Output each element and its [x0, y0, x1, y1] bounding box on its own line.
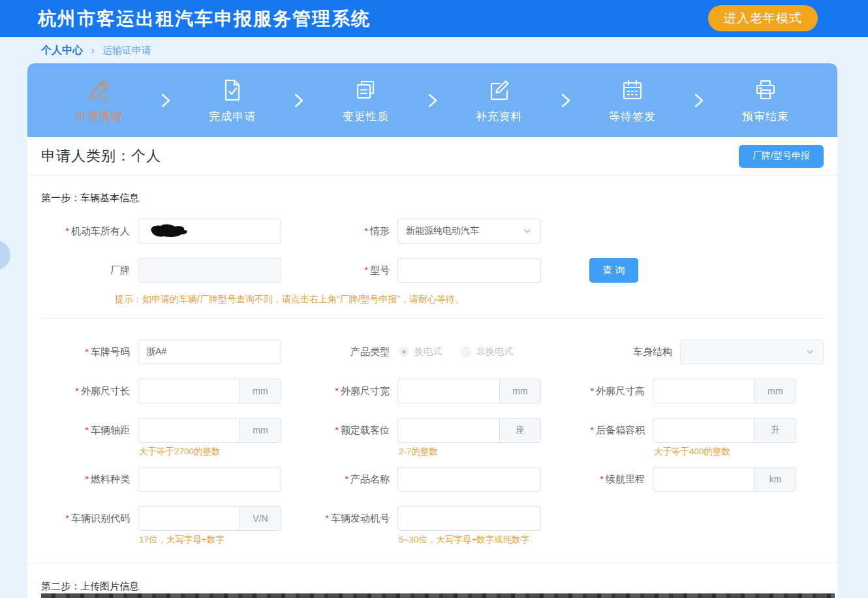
- plate-number-field: *车牌号码 浙A#: [41, 339, 281, 364]
- cutoff-content-strip: [41, 593, 835, 598]
- step-preliminary-review-end[interactable]: 预审结束: [722, 77, 809, 124]
- driving-range-field: *续航里程 km: [541, 467, 796, 492]
- step-application-fill[interactable]: 申请填写: [56, 77, 142, 124]
- unit-suffix: mm: [499, 379, 540, 403]
- chevron-down-icon: [522, 226, 533, 236]
- unit-suffix: 升: [754, 418, 796, 442]
- step-awaiting-issuance[interactable]: 等待签发: [589, 77, 675, 124]
- engine-number-field: *车辆发动机号 5~30位，大写字母+数字或纯数字: [281, 506, 541, 531]
- outer-height-input[interactable]: mm: [653, 379, 796, 403]
- step2-section-title: 第二步：上传图片信息: [41, 580, 824, 593]
- query-button[interactable]: 查 询: [589, 258, 638, 283]
- seats-input[interactable]: 座: [397, 418, 541, 443]
- required-mark: *: [590, 385, 594, 396]
- vin-suffix: V/N: [240, 507, 281, 530]
- step-label: 等待签发: [609, 109, 656, 124]
- radio-non-battery-swap[interactable]: 非换电式: [461, 346, 513, 358]
- model-field: *型号: [281, 258, 541, 283]
- divider: [27, 563, 837, 563]
- outer-height-label: *外廓尺寸高: [541, 379, 653, 403]
- trunk-volume-input[interactable]: 升: [653, 418, 796, 443]
- owner-field: *机动车所有人: [41, 219, 281, 244]
- body-structure-select: [680, 339, 824, 364]
- plate-number-input[interactable]: 浙A#: [138, 339, 281, 364]
- required-mark: *: [345, 473, 349, 484]
- seats-hint: 2-7的整数: [399, 446, 438, 458]
- step-chevron-icon: [542, 91, 589, 110]
- form-row: *外廓尺寸长 mm *外廓尺寸宽 mm *外廓尺寸高: [41, 379, 824, 403]
- outer-width-input[interactable]: mm: [397, 379, 541, 403]
- app-title: 杭州市客运出租汽车申报服务管理系统: [38, 7, 371, 31]
- step-label: 完成申请: [209, 109, 256, 124]
- app-header: 杭州市客运出租汽车申报服务管理系统 进入老年模式: [0, 0, 868, 37]
- brand-label: 厂牌: [41, 258, 138, 283]
- floating-widget-handle[interactable]: [0, 240, 10, 270]
- required-mark: *: [600, 473, 604, 484]
- required-mark: *: [590, 424, 594, 435]
- engine-number-hint: 5~30位，大写字母+数字或纯数字: [399, 534, 529, 546]
- wheelbase-input[interactable]: mm: [138, 418, 281, 443]
- vehicle-form: 第一步：车辆基本信息 *机动车所有人 *情形 新能源纯电动汽车: [27, 192, 837, 593]
- product-type-radio-group: 换电式 非换电式: [399, 339, 513, 364]
- owner-label: *机动车所有人: [41, 219, 138, 244]
- unit-suffix: mm: [754, 379, 796, 403]
- breadcrumb-transport-permit-application[interactable]: 运输证申请: [102, 44, 151, 57]
- documents-copy-icon: [352, 77, 379, 103]
- required-mark: *: [85, 424, 89, 435]
- outer-length-field: *外廓尺寸长 mm: [41, 379, 281, 403]
- engine-number-input[interactable]: [397, 506, 541, 531]
- breadcrumb-personal-center[interactable]: 个人中心: [41, 44, 83, 57]
- step-label: 预审结束: [742, 109, 789, 124]
- brand-input: [138, 258, 281, 283]
- situation-select[interactable]: 新能源纯电动汽车: [397, 219, 541, 244]
- query-tip-text: 提示：如申请的车辆/厂牌型号查询不到，请点击右上角“厂牌/型号申报”，请耐心等待…: [115, 294, 824, 306]
- wheelbase-label: *车辆轴距: [41, 418, 138, 443]
- seats-field: *额定载客位 座 2-7的整数: [281, 418, 541, 443]
- required-mark: *: [85, 473, 89, 484]
- vin-field: *车辆识别代码 V/N 17位，大写字母+数字: [41, 506, 281, 531]
- fuel-type-field: *燃料种类: [41, 467, 281, 492]
- vin-label: *车辆识别代码: [41, 506, 138, 531]
- required-mark: *: [364, 225, 368, 236]
- step-label: 补充资料: [476, 109, 523, 124]
- form-row: *燃料种类 *产品名称 *续航里程 km: [41, 467, 824, 492]
- progress-steps: 申请填写 完成申请 变更性质 补充资料 等待签发: [27, 63, 837, 137]
- trunk-volume-hint: 大于等于400的整数: [654, 446, 730, 458]
- fuel-type-label: *燃料种类: [41, 467, 138, 492]
- brand-model-declare-button[interactable]: 厂牌/型号申报: [739, 145, 824, 168]
- vin-input[interactable]: V/N: [138, 506, 281, 531]
- wheelbase-hint: 大于等于2700的整数: [139, 446, 221, 458]
- step-label: 申请填写: [76, 109, 123, 124]
- step-complete-application[interactable]: 完成申请: [189, 77, 275, 124]
- wheelbase-field: *车辆轴距 mm 大于等于2700的整数: [41, 418, 281, 443]
- radio-battery-swap[interactable]: 换电式: [399, 346, 442, 358]
- product-name-label: *产品名称: [281, 467, 397, 492]
- outer-length-input[interactable]: mm: [138, 379, 281, 403]
- form-row: 厂牌 *型号 查 询: [41, 258, 824, 283]
- printer-icon: [752, 77, 779, 103]
- product-name-input[interactable]: [397, 467, 541, 492]
- document-check-icon: [219, 77, 245, 103]
- owner-input[interactable]: [138, 219, 281, 244]
- driving-range-input[interactable]: km: [653, 467, 796, 492]
- step1-section-title: 第一步：车辆基本信息: [41, 192, 824, 204]
- model-label: *型号: [281, 258, 397, 283]
- step-change-nature[interactable]: 变更性质: [322, 77, 409, 124]
- required-mark: *: [85, 346, 89, 357]
- elder-mode-button[interactable]: 进入老年模式: [708, 5, 818, 31]
- outer-width-label: *外廓尺寸宽: [281, 379, 397, 403]
- step-chevron-icon: [275, 91, 322, 110]
- breadcrumb: 个人中心 › 运输证申请: [0, 37, 868, 63]
- brand-field: 厂牌: [41, 258, 281, 283]
- body-structure-label: 车身结构: [568, 339, 680, 364]
- model-input[interactable]: [397, 258, 541, 283]
- step-supplementary-materials[interactable]: 补充资料: [456, 77, 542, 124]
- driving-range-label: *续航里程: [541, 467, 653, 492]
- product-type-field: 产品类型 换电式 非换电式: [281, 339, 513, 364]
- step-label: 变更性质: [342, 109, 389, 124]
- pencil-icon: [86, 77, 112, 103]
- fuel-type-input[interactable]: [138, 467, 281, 492]
- seats-label: *额定载客位: [281, 418, 397, 443]
- main-card: 申请填写 完成申请 变更性质 补充资料 等待签发: [27, 63, 837, 598]
- form-row: *机动车所有人 *情形 新能源纯电动汽车: [41, 219, 824, 244]
